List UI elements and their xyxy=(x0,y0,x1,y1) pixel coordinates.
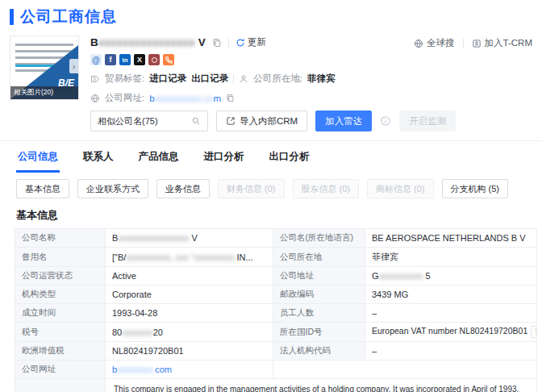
similar-companies-control[interactable]: 相似公司名(75) xyxy=(90,111,208,131)
field-label: 成立时间 xyxy=(15,304,106,323)
join-tcrm-button[interactable]: 加入T-CRM xyxy=(472,37,532,49)
field-label: 邮政编码 xyxy=(273,286,365,304)
empty-cell xyxy=(273,361,537,379)
global-search-label: 全球搜 xyxy=(427,37,455,49)
blog-icon[interactable] xyxy=(148,54,160,65)
table-row: 公司运营状态 Active 公司地址 Gxxxxxxxxxx 5 xyxy=(15,267,537,286)
field-value: BE AEROSPACE NETHERLANDS B V xyxy=(365,229,537,248)
table-row: 成立时间 1993-04-28 员工人数 – xyxy=(15,304,537,323)
update-label: 更新 xyxy=(248,36,266,48)
field-value: Bxxxxxxxxxxxxxxxx V xyxy=(106,229,273,248)
globe-icon xyxy=(90,94,100,103)
related-images-label[interactable]: 相关图片(20) xyxy=(10,86,78,99)
global-search-button[interactable]: 全球搜 xyxy=(414,37,455,49)
tab-contacts[interactable]: 联系人 xyxy=(81,141,115,173)
company-website-label: 公司网址: xyxy=(105,92,144,104)
field-label: 法人机构代码 xyxy=(273,342,365,361)
join-radar-button[interactable]: 加入雷达 xyxy=(315,111,372,131)
company-header-main: 全球搜 加入T-CRM Bxxxxxxxxxxxxxxxx V xyxy=(90,35,532,104)
field-label: 员工人数 xyxy=(273,304,365,323)
import-crm-button[interactable]: 导入内部CRM xyxy=(216,111,307,131)
tab-product-info[interactable]: 产品信息 xyxy=(137,141,181,173)
subtab-business-info[interactable]: 业务信息 xyxy=(156,179,210,198)
field-value: 3439 MG xyxy=(365,286,537,304)
trade-tag-icon xyxy=(90,74,100,84)
trade-separator xyxy=(233,74,234,84)
trade-info-row: 贸易标签: 进口记录 出口记录 公司所在地: 菲律宾 xyxy=(90,73,532,85)
import-crm-label: 导入内部CRM xyxy=(240,115,298,127)
table-row: 欧洲增值税 NL802419720B01 法人机构代码 – xyxy=(15,342,537,361)
subtab-branches[interactable]: 分支机构 (5) xyxy=(442,179,509,198)
location-person-icon xyxy=(239,74,248,84)
field-value: European VAT number NL802419720B01更多 5 xyxy=(365,323,537,342)
subtab-basic-info[interactable]: 基本信息 xyxy=(16,179,69,198)
import-icon xyxy=(226,116,236,126)
field-label: 公司运营状态 xyxy=(15,267,106,286)
field-label: 所在国ID号 xyxy=(273,323,365,342)
field-value: Gxxxxxxxxxx 5 xyxy=(365,267,537,286)
field-value: Corporate xyxy=(106,286,273,304)
field-label: 公司简介 xyxy=(15,379,106,392)
field-value: – xyxy=(365,304,537,323)
website-row: 公司网址: bxxxxxxxxxx.com xyxy=(90,92,532,104)
join-radar-label: 加入雷达 xyxy=(325,115,362,127)
similar-search-icon xyxy=(191,116,201,126)
phone-icon[interactable] xyxy=(163,54,174,65)
x-twitter-icon[interactable]: X xyxy=(134,54,145,65)
join-tcrm-label: 加入T-CRM xyxy=(485,37,532,49)
name-separator xyxy=(228,38,229,48)
table-row: 曾用名 ["B/xxxxxxxxxx, xxx "xxxxxxxxx IN...… xyxy=(15,248,537,267)
field-value: – xyxy=(365,342,537,361)
copy-website-icon[interactable] xyxy=(226,94,235,102)
more-badge[interactable]: 更多 5 xyxy=(531,326,536,338)
page-title: 公司工商信息 xyxy=(20,6,117,27)
company-intro-text: This company is engaged in the managemen… xyxy=(114,385,527,392)
facebook-icon[interactable]: f xyxy=(105,54,116,65)
enable-monitoring-label: 开启监测 xyxy=(409,115,446,127)
sub-tabs: 基本信息 企业联系方式 业务信息 财务信息 (0) 股东信息 (0) 商标信息 … xyxy=(10,179,532,198)
table-row: 公司名称 Bxxxxxxxxxxxxxxxx V 公司名(所在地语言) BE A… xyxy=(15,229,537,248)
subtab-contact-methods[interactable]: 企业联系方式 xyxy=(77,179,148,198)
header-separator xyxy=(463,39,464,48)
field-value: 1993-04-28 xyxy=(106,304,273,323)
field-value: 菲律宾 xyxy=(365,248,537,267)
field-label: 公司名(所在地语言) xyxy=(273,229,365,248)
export-records-tag[interactable]: 出口记录 xyxy=(191,73,228,85)
enable-monitoring-button: 开启监测 xyxy=(399,111,456,131)
company-actions-row: 相似公司名(75) 导入内部CRM 加入雷达 开启监测 xyxy=(90,111,532,131)
linkedin-icon[interactable]: in xyxy=(119,54,131,65)
info-icon[interactable] xyxy=(380,115,391,127)
field-value: NL802419720B01 xyxy=(106,342,273,361)
tab-export-analysis[interactable]: 出口分析 xyxy=(268,141,311,173)
website-icon[interactable]: @ xyxy=(90,54,102,65)
company-business-info-page: 公司工商信息 B/E AEROSPACE › 相关图片(20) 全球搜 xyxy=(0,0,542,392)
update-button[interactable]: 更新 xyxy=(236,36,266,48)
table-row: 公司网址 bxxxxxxxx.com xyxy=(15,361,537,379)
title-accent-bar xyxy=(10,9,14,25)
import-records-tag[interactable]: 进口记录 xyxy=(149,73,186,85)
global-search-icon xyxy=(414,39,423,48)
tcrm-icon xyxy=(472,39,482,48)
website-value-link[interactable]: bxxxxxxxx.com xyxy=(112,365,172,374)
tab-import-analysis[interactable]: 进口分析 xyxy=(202,141,246,173)
field-label: 公司所在地 xyxy=(273,248,365,267)
social-icons-row: @ f in X xyxy=(90,54,532,65)
company-header: B/E AEROSPACE › 相关图片(20) 全球搜 xyxy=(10,35,532,104)
section-title: 基本信息 xyxy=(16,208,532,223)
basic-info-table: 公司名称 Bxxxxxxxxxxxxxxxx V 公司名(所在地语言) BE A… xyxy=(15,228,537,392)
field-label: 公司地址 xyxy=(273,267,365,286)
field-value: ["B/xxxxxxxxxx, xxx "xxxxxxxxx IN... xyxy=(106,248,273,267)
page-title-row: 公司工商信息 xyxy=(10,6,532,27)
company-website-link[interactable]: bxxxxxxxxxx.com xyxy=(149,94,221,103)
next-image-chevron[interactable]: › xyxy=(69,59,78,73)
field-value: Active xyxy=(106,267,273,286)
refresh-icon xyxy=(236,38,245,48)
copy-company-name-icon[interactable] xyxy=(212,38,222,48)
table-row: 机构类型 Corporate 邮政编码 3439 MG xyxy=(15,286,537,304)
tab-company-info[interactable]: 公司信息 xyxy=(16,141,60,173)
company-name: Bxxxxxxxxxxxxxxxx V xyxy=(90,36,206,48)
company-logo-image[interactable]: B/E AEROSPACE › 相关图片(20) xyxy=(10,35,79,100)
field-label: 公司网址 xyxy=(15,361,106,379)
trade-tags-label: 贸易标签: xyxy=(105,73,144,85)
field-label: 公司名称 xyxy=(15,229,106,248)
